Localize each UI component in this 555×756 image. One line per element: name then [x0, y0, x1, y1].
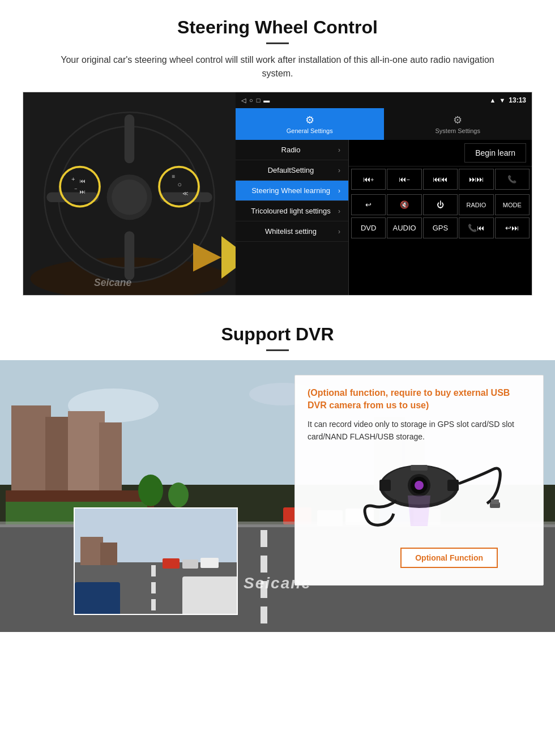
ctrl-btn-phone-prev[interactable]: 📞⏮: [459, 217, 493, 238]
tab-system-settings[interactable]: ⚙ System Settings: [384, 108, 532, 140]
svg-rect-35: [261, 530, 267, 547]
svg-rect-54: [151, 599, 156, 610]
dvr-optional-title: (Optional function, require to buy exter…: [308, 387, 531, 412]
system-settings-icon: ⚙: [453, 114, 462, 126]
ctrl-btn-power[interactable]: ⏻: [423, 194, 458, 215]
steering-screenshot: + − ⏮ ⏭ ≡ ○ ≪ Seicane ◁ ○ □ ▬: [23, 92, 532, 296]
tab-general-settings[interactable]: ⚙ General Settings: [236, 108, 384, 140]
ctrl-btn-back-next[interactable]: ↩⏭: [495, 217, 530, 238]
svg-text:○: ○: [178, 181, 182, 189]
ctrl-btn-radio[interactable]: RADIO: [459, 194, 493, 215]
menu-icon: ▬: [263, 97, 270, 104]
svg-rect-36: [261, 556, 267, 573]
ctrl-btn-gps[interactable]: GPS: [423, 217, 458, 238]
chevron-radio-icon: ›: [338, 146, 340, 154]
home-icon: ○: [249, 97, 253, 104]
menu-item-radio[interactable]: Radio ›: [236, 140, 348, 160]
dvr-info-box: (Optional function, require to buy exter…: [294, 375, 544, 586]
svg-text:≪: ≪: [182, 190, 188, 197]
steering-control-panel: Begin learn ⏮+ ⏮− ⏮⏮ ⏭⏭ 📞 ↩ 🔇 ⏻: [349, 140, 532, 295]
svg-point-66: [415, 481, 424, 490]
chevron-whitelist-icon: ›: [338, 228, 340, 236]
svg-marker-72: [408, 496, 430, 526]
ctrl-btn-vol-down[interactable]: ⏮−: [387, 169, 421, 190]
menu-whitelist-label: Whitelist setting: [244, 227, 338, 236]
steering-title: Steering Wheel Control: [23, 17, 532, 38]
chevron-tricoloured-icon: ›: [338, 207, 340, 215]
svg-rect-26: [11, 405, 51, 496]
steering-section: Steering Wheel Control Your original car…: [0, 0, 555, 307]
menu-radio-label: Radio: [244, 146, 338, 154]
svg-rect-56: [182, 559, 198, 569]
svg-rect-68: [447, 480, 459, 491]
menu-item-defaultsetting[interactable]: DefaultSetting ›: [236, 160, 348, 181]
svg-rect-71: [491, 499, 499, 504]
dvr-thumbnail-image: [74, 507, 238, 615]
signal-icon: ▲: [490, 97, 496, 104]
svg-rect-57: [200, 558, 219, 568]
menu-default-label: DefaultSetting: [244, 166, 338, 174]
svg-text:⏮: ⏮: [80, 178, 86, 184]
ctrl-btn-next[interactable]: ⏭⏭: [459, 169, 493, 190]
ctrl-btn-mode[interactable]: MODE: [495, 194, 530, 215]
ctrl-btn-dvd[interactable]: DVD: [351, 217, 386, 238]
menu-item-steering-wheel[interactable]: Steering Wheel learning ›: [236, 181, 348, 201]
android-tabs: ⚙ General Settings ⚙ System Settings: [236, 108, 532, 140]
dvr-header: Support DVR: [0, 307, 555, 360]
dvr-title-divider: [266, 349, 289, 351]
title-divider: [266, 42, 289, 44]
general-settings-icon: ⚙: [305, 114, 314, 126]
dvr-camera-device-svg: [328, 452, 510, 543]
dvr-description: It can record video only to storage in G…: [308, 418, 531, 443]
ctrl-btn-prev[interactable]: ⏮⏮: [423, 169, 458, 190]
back-icon: ◁: [241, 97, 246, 104]
tab-system-label: System Settings: [436, 127, 480, 134]
chevron-default-icon: ›: [338, 166, 340, 174]
ctrl-btn-mute[interactable]: 🔇: [387, 194, 421, 215]
status-time: 13:13: [509, 96, 526, 104]
svg-point-47: [168, 482, 189, 507]
begin-learn-row: Begin learn: [349, 140, 532, 166]
svg-rect-53: [151, 582, 156, 593]
dvr-title: Support DVR: [23, 324, 532, 345]
svg-text:Seicane: Seicane: [94, 277, 131, 288]
android-panel: ◁ ○ □ ▬ ▲ ▼ 13:13 ⚙ General Settings ⚙ S…: [236, 92, 532, 295]
svg-text:≡: ≡: [172, 173, 176, 180]
begin-learn-button[interactable]: Begin learn: [464, 143, 526, 163]
menu-item-whitelist[interactable]: Whitelist setting ›: [236, 221, 348, 242]
menu-item-tricoloured[interactable]: Tricoloured light settings ›: [236, 201, 348, 221]
ctrl-btn-vol-up[interactable]: ⏮+: [351, 169, 386, 190]
svg-text:−: −: [74, 186, 77, 191]
svg-rect-60: [75, 582, 120, 615]
svg-text:+: +: [71, 176, 75, 182]
chevron-steering-icon: ›: [338, 187, 340, 195]
ctrl-btn-phone[interactable]: 📞: [495, 169, 530, 190]
dvr-thumbnail-svg: [75, 509, 238, 615]
ctrl-btn-back[interactable]: ↩: [351, 194, 386, 215]
svg-text:⏭: ⏭: [80, 189, 86, 195]
steering-subtitle: Your original car's steering wheel contr…: [45, 53, 510, 80]
svg-rect-69: [411, 465, 428, 471]
ctrl-btn-audio[interactable]: AUDIO: [387, 217, 421, 238]
wifi-icon: ▼: [499, 97, 505, 104]
android-menu: Radio › DefaultSetting › Steering Wheel …: [236, 140, 532, 295]
recents-icon: □: [257, 97, 261, 104]
dvr-section: Support DVR: [0, 307, 555, 749]
svg-rect-38: [261, 606, 267, 623]
svg-rect-61: [182, 576, 238, 615]
svg-point-9: [112, 180, 147, 215]
svg-rect-55: [163, 558, 180, 569]
svg-point-45: [138, 475, 163, 506]
optional-function-button[interactable]: Optional Function: [400, 548, 498, 568]
svg-rect-52: [151, 565, 156, 576]
svg-rect-58: [80, 537, 103, 565]
tab-general-label: General Settings: [287, 127, 333, 134]
svg-rect-67: [379, 480, 391, 491]
control-button-grid-1: ⏮+ ⏮− ⏮⏮ ⏭⏭ 📞: [349, 166, 532, 192]
android-statusbar: ◁ ○ □ ▬ ▲ ▼ 13:13: [236, 92, 532, 108]
steering-wheel-svg: + − ⏮ ⏭ ≡ ○ ≪ Seicane: [23, 92, 236, 295]
menu-steering-label: Steering Wheel learning: [244, 186, 338, 195]
steering-wheel-photo: + − ⏮ ⏭ ≡ ○ ≪ Seicane: [23, 92, 236, 295]
control-button-grid-3: DVD AUDIO GPS 📞⏮ ↩⏭: [349, 217, 532, 241]
control-button-grid-2: ↩ 🔇 ⏻ RADIO MODE: [349, 192, 532, 217]
